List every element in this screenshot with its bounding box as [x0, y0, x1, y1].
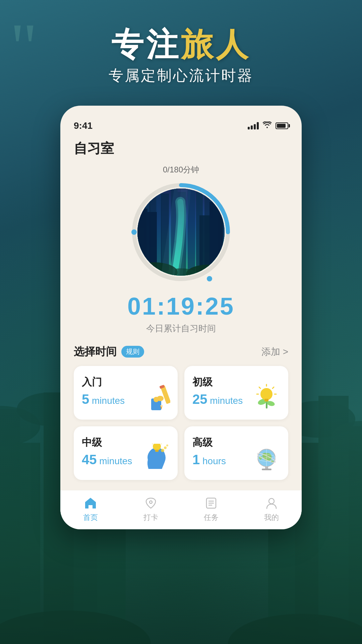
app-title: 专注旅人 [0, 27, 362, 62]
rules-badge[interactable]: 规则 [121, 346, 144, 358]
title-part2: 旅人 [181, 26, 251, 62]
pencil-icon [141, 383, 171, 413]
svg-rect-56 [155, 450, 159, 452]
globe-icon [251, 443, 282, 473]
forest-svg [137, 189, 225, 276]
checkin-icon [143, 496, 158, 511]
bottom-nav: 首页 打卡 [60, 490, 302, 529]
nav-item-profile[interactable]: 我的 [264, 496, 279, 523]
svg-point-41 [157, 396, 164, 401]
time-cards-grid: 入门 5 minutes [74, 366, 288, 490]
thinking-bulb-icon [141, 443, 171, 473]
time-select-header: 选择时间 规则 添加 > [74, 344, 288, 359]
svg-point-54 [166, 444, 168, 446]
forest-image [137, 189, 225, 276]
timer-sublabel: 今日累计自习时间 [146, 323, 216, 334]
nav-item-checkin[interactable]: 打卡 [143, 496, 158, 523]
tasks-icon [204, 496, 219, 511]
ring-end-dot [207, 276, 212, 281]
svg-rect-29 [209, 202, 223, 276]
time-card-elementary[interactable]: 初级 25 minutes [184, 366, 288, 420]
status-bar: 9:41 [60, 116, 302, 136]
svg-line-49 [259, 387, 260, 388]
progress-ring-container[interactable] [127, 178, 235, 286]
status-icons [248, 121, 288, 130]
nav-label-tasks: 任务 [204, 513, 219, 523]
svg-rect-46 [264, 399, 268, 401]
svg-point-45 [260, 388, 273, 400]
header: 专注旅人 专属定制心流计时器 [0, 0, 362, 86]
svg-line-48 [273, 387, 274, 388]
svg-rect-61 [262, 469, 272, 470]
app-subtitle: 专属定制心流计时器 [0, 66, 362, 86]
time-card-intermediate[interactable]: 中级 45 minutes [74, 426, 178, 480]
wifi-icon [263, 121, 272, 130]
time-select-title: 选择时间 [74, 344, 117, 359]
timer-display: 01:19:25 [127, 292, 235, 320]
nav-item-tasks[interactable]: 任务 [204, 496, 219, 523]
home-icon [83, 496, 98, 511]
svg-point-71 [269, 498, 274, 504]
phone-mockup: 9:41 自习 [60, 106, 302, 529]
page-title: 自习室 [74, 139, 288, 158]
time-select-left: 选择时间 规则 [74, 344, 144, 359]
phone-wrapper: 9:41 自习 [0, 106, 362, 529]
timer-section: 0/180分钟 [74, 164, 288, 334]
app-content: 自习室 0/180分钟 [60, 136, 302, 490]
bulb-plant-icon [251, 383, 282, 413]
progress-label: 0/180分钟 [163, 164, 199, 175]
add-link[interactable]: 添加 > [261, 345, 288, 358]
forest-scene [137, 189, 225, 276]
time-card-beginner[interactable]: 入门 5 minutes [74, 366, 178, 420]
status-time: 9:41 [74, 120, 93, 131]
signal-icon [248, 122, 259, 129]
profile-icon [264, 496, 279, 511]
nav-item-home[interactable]: 首页 [83, 496, 98, 523]
svg-point-53 [164, 446, 167, 449]
nav-label-home: 首页 [83, 513, 98, 523]
svg-point-52 [161, 449, 164, 452]
title-part1: 专注 [111, 26, 181, 62]
nav-label-checkin: 打卡 [143, 513, 158, 523]
nav-label-profile: 我的 [264, 513, 279, 523]
battery-icon [276, 122, 288, 129]
time-card-advanced[interactable]: 高级 1 hours [184, 426, 288, 480]
